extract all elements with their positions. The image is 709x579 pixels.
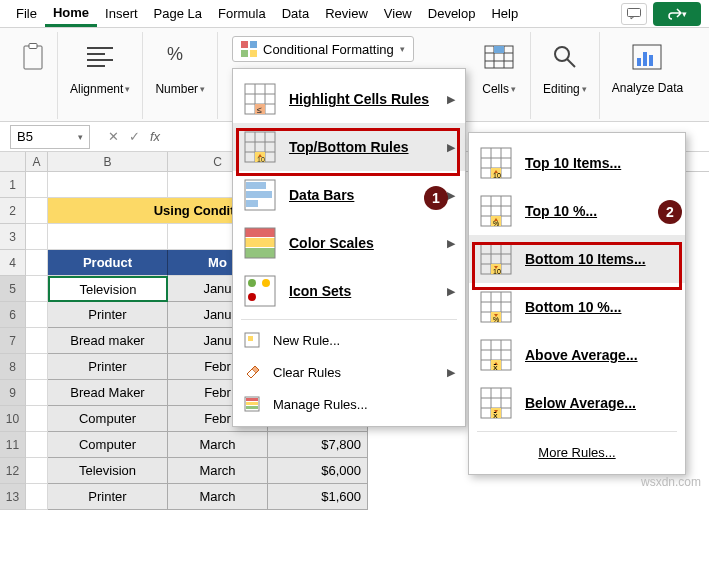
tab-developer[interactable]: Develop — [420, 0, 484, 27]
menu-top-bottom-rules[interactable]: 10 Top/Bottom Rules ▶ — [233, 123, 465, 171]
menu-highlight-cells-rules[interactable]: ≤ Highlight Cells Rules ▶ — [233, 75, 465, 123]
menu-text: Below Average... — [525, 395, 636, 411]
row-header[interactable]: 5 — [0, 276, 26, 302]
menu-icon-sets[interactable]: Icon Sets ▶ — [233, 267, 465, 315]
chevron-down-icon: ▾ — [582, 84, 587, 94]
top-bottom-icon: 10 — [243, 130, 277, 164]
cancel-icon[interactable]: ✕ — [108, 129, 119, 144]
tab-data[interactable]: Data — [274, 0, 317, 27]
row-header[interactable]: 2 — [0, 198, 26, 224]
tab-view[interactable]: View — [376, 0, 420, 27]
row-header[interactable]: 7 — [0, 328, 26, 354]
cell[interactable] — [48, 224, 168, 250]
row-header[interactable]: 10 — [0, 406, 26, 432]
cells-label: Cells — [482, 82, 509, 96]
cell[interactable]: $6,000 — [268, 458, 368, 484]
cell[interactable]: Television — [48, 458, 168, 484]
share-button[interactable]: ▾ — [653, 2, 701, 26]
row-header[interactable]: 13 — [0, 484, 26, 510]
cell[interactable]: Bread maker — [48, 328, 168, 354]
alignment-icon[interactable] — [81, 38, 119, 76]
cell[interactable]: March — [168, 458, 268, 484]
number-label: Number — [155, 82, 198, 96]
col-header-b[interactable]: B — [48, 152, 168, 171]
cell[interactable]: Bread Maker — [48, 380, 168, 406]
cell[interactable] — [26, 406, 48, 432]
cell[interactable] — [26, 484, 48, 510]
cell[interactable]: March — [168, 432, 268, 458]
tab-page-layout[interactable]: Page La — [146, 0, 210, 27]
svg-rect-44 — [245, 248, 275, 258]
col-header-a[interactable]: A — [26, 152, 48, 171]
menu-top-10-percent[interactable]: % Top 10 %... — [469, 187, 685, 235]
cell[interactable]: $7,800 — [268, 432, 368, 458]
row-header[interactable]: 4 — [0, 250, 26, 276]
menu-bottom-10-items[interactable]: 10 Bottom 10 Items... — [469, 235, 685, 283]
row-header[interactable]: 8 — [0, 354, 26, 380]
menu-manage-rules[interactable]: Manage Rules... — [233, 388, 465, 420]
cell[interactable] — [26, 380, 48, 406]
tab-help[interactable]: Help — [483, 0, 526, 27]
cell[interactable]: Printer — [48, 484, 168, 510]
row-header[interactable]: 6 — [0, 302, 26, 328]
fx-icon[interactable]: fx — [150, 129, 160, 144]
cell[interactable] — [26, 172, 48, 198]
menu-bottom-10-percent[interactable]: % Bottom 10 %... — [469, 283, 685, 331]
menu-above-average[interactable]: x̄ Above Average... — [469, 331, 685, 379]
cell[interactable] — [26, 198, 48, 224]
cell[interactable] — [26, 224, 48, 250]
chevron-down-icon: ▾ — [78, 132, 83, 142]
cell[interactable] — [26, 354, 48, 380]
chevron-down-icon: ▾ — [200, 84, 205, 94]
clipboard-icon[interactable] — [14, 38, 52, 76]
row-header[interactable]: 12 — [0, 458, 26, 484]
menu-more-rules[interactable]: More Rules... — [469, 436, 685, 468]
analyze-data-icon[interactable] — [628, 38, 666, 76]
svg-rect-8 — [241, 41, 248, 48]
menu-color-scales[interactable]: Color Scales ▶ — [233, 219, 465, 267]
cell[interactable]: Computer — [48, 432, 168, 458]
header-product[interactable]: Product — [48, 250, 168, 276]
tab-file[interactable]: File — [8, 0, 45, 27]
menu-text: Top 10 Items... — [525, 155, 621, 171]
active-cell[interactable]: Television — [48, 276, 168, 302]
tab-review[interactable]: Review — [317, 0, 376, 27]
above-average-icon: x̄ — [479, 338, 513, 372]
cell[interactable]: March — [168, 484, 268, 510]
tab-formulas[interactable]: Formula — [210, 0, 274, 27]
row-header[interactable]: 1 — [0, 172, 26, 198]
cell[interactable] — [26, 250, 48, 276]
cell[interactable] — [26, 458, 48, 484]
tab-home[interactable]: Home — [45, 0, 97, 27]
cell[interactable] — [26, 276, 48, 302]
name-box[interactable]: B5 ▾ — [10, 125, 90, 149]
number-icon[interactable]: % — [161, 38, 199, 76]
callout-2: 2 — [658, 200, 682, 224]
menu-below-average[interactable]: x̄ Below Average... — [469, 379, 685, 427]
comments-button[interactable] — [621, 3, 647, 25]
cell[interactable] — [26, 302, 48, 328]
cell[interactable]: Printer — [48, 302, 168, 328]
chevron-down-icon: ▾ — [400, 44, 405, 54]
menu-clear-rules[interactable]: Clear Rules ▶ — [233, 356, 465, 388]
conditional-formatting-button[interactable]: Conditional Formatting ▾ — [232, 36, 414, 62]
cell[interactable] — [48, 172, 168, 198]
row-header[interactable]: 3 — [0, 224, 26, 250]
cell[interactable] — [26, 328, 48, 354]
menu-text: Above Average... — [525, 347, 638, 363]
tab-insert[interactable]: Insert — [97, 0, 146, 27]
editing-icon[interactable] — [546, 38, 584, 76]
cell[interactable]: Printer — [48, 354, 168, 380]
menu-new-rule[interactable]: New Rule... — [233, 324, 465, 356]
row-header[interactable]: 9 — [0, 380, 26, 406]
row-header[interactable]: 11 — [0, 432, 26, 458]
cells-icon[interactable] — [480, 38, 518, 76]
cell[interactable]: Computer — [48, 406, 168, 432]
menu-top-10-items[interactable]: 10 Top 10 Items... — [469, 139, 685, 187]
enter-icon[interactable]: ✓ — [129, 129, 140, 144]
cell[interactable] — [26, 432, 48, 458]
select-all-triangle[interactable] — [0, 152, 26, 171]
conditional-formatting-menu: ≤ Highlight Cells Rules ▶ 10 Top/Bottom … — [232, 68, 466, 427]
bottom-10-items-icon: 10 — [479, 242, 513, 276]
cell[interactable]: $1,600 — [268, 484, 368, 510]
